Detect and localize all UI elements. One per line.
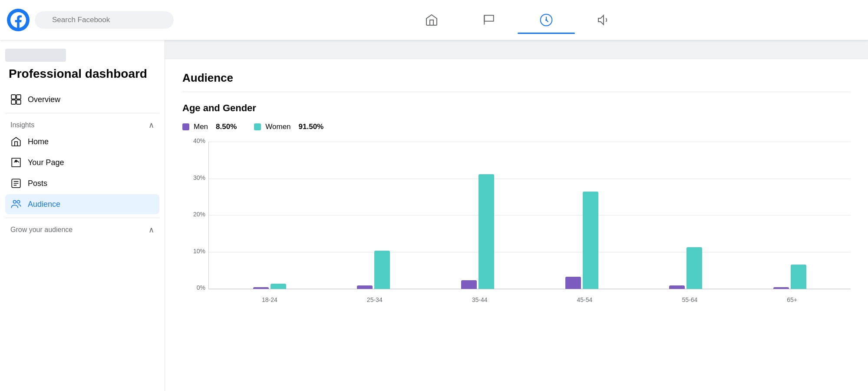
nav-dashboard[interactable] — [518, 10, 575, 30]
men-bar-65+ — [773, 287, 789, 289]
age-group-55-64 — [669, 247, 702, 289]
sidebar-divider-2 — [5, 218, 159, 218]
sidebar-item-posts[interactable]: Posts — [5, 173, 159, 193]
women-bar-18-24 — [271, 284, 286, 289]
sidebar-overview-label: Overview — [28, 95, 60, 104]
nav-pages[interactable] — [460, 10, 518, 30]
legend-men-label: Men — [194, 123, 208, 131]
sidebar-item-audience[interactable]: Audience — [5, 194, 159, 214]
legend-men-pct: 8.50% — [216, 123, 237, 131]
insights-label: Insights — [10, 121, 34, 129]
sidebar-item-home[interactable]: Home — [5, 132, 159, 152]
insights-section[interactable]: Insights ∧ — [5, 117, 159, 132]
age-group-35-44 — [461, 174, 494, 289]
svg-rect-5 — [17, 100, 21, 104]
audience-icon — [10, 199, 22, 210]
bars-pair-45-54 — [565, 192, 598, 289]
age-group-25-34 — [357, 251, 390, 289]
y-label-0: 0% — [184, 284, 205, 291]
search-input[interactable] — [35, 11, 174, 29]
nav-ads[interactable] — [575, 10, 632, 30]
women-bar-25-34 — [374, 251, 390, 289]
grow-chevron: ∧ — [149, 225, 154, 235]
x-label-65+: 65+ — [787, 296, 797, 303]
grow-label: Grow your audience — [10, 226, 73, 234]
age-gender-chart: 40% 30% 20% 10% 0% — [182, 142, 851, 324]
legend-men: Men 8.50% — [182, 123, 237, 131]
men-bar-18-24 — [253, 287, 269, 289]
home-icon — [10, 136, 22, 147]
chart-title: Age and Gender — [182, 103, 851, 114]
grow-section[interactable]: Grow your audience ∧ — [5, 222, 159, 236]
facebook-logo[interactable] — [7, 9, 30, 31]
bars-group — [209, 142, 851, 289]
sidebar-item-your-page[interactable]: Your Page — [5, 152, 159, 172]
sidebar-divider-1 — [5, 113, 159, 113]
x-label-55-64: 55-64 — [682, 296, 697, 303]
x-label-35-44: 35-44 — [472, 296, 488, 303]
men-color-dot — [182, 123, 189, 130]
y-label-30: 30% — [184, 174, 205, 181]
y-label-20: 20% — [184, 211, 205, 218]
bars-pair-18-24 — [253, 284, 286, 289]
sidebar-home-label: Home — [28, 137, 49, 146]
x-label-25-34: 25-34 — [367, 296, 383, 303]
main-content: Audience Age and Gender Men 8.50% Women … — [165, 40, 868, 391]
y-label-10: 10% — [184, 248, 205, 255]
posts-icon — [10, 178, 22, 189]
sidebar-item-overview[interactable]: Overview — [5, 89, 159, 109]
men-bar-55-64 — [669, 285, 685, 289]
age-group-65+ — [773, 265, 806, 289]
sidebar-audience-label: Audience — [28, 200, 60, 209]
insights-chevron: ∧ — [149, 120, 154, 130]
women-bar-65+ — [791, 265, 806, 289]
bars-pair-25-34 — [357, 251, 390, 289]
sidebar-posts-label: Posts — [28, 179, 47, 188]
svg-point-8 — [13, 200, 17, 203]
women-bar-35-44 — [479, 174, 494, 289]
top-navigation: 🔍 — [0, 0, 868, 40]
main-layout: Professional dashboard Overview Insights… — [0, 40, 868, 391]
search-wrapper: 🔍 — [35, 11, 174, 29]
bars-pair-35-44 — [461, 174, 494, 289]
overview-icon — [10, 94, 22, 105]
audience-heading: Audience — [182, 71, 851, 92]
bars-pair-55-64 — [669, 247, 702, 289]
svg-point-9 — [17, 200, 20, 203]
svg-point-1 — [545, 19, 547, 21]
profile-placeholder — [5, 49, 66, 62]
svg-rect-2 — [11, 95, 16, 99]
women-bar-45-54 — [583, 192, 598, 289]
legend-women: Women 91.50% — [254, 123, 323, 131]
men-bar-35-44 — [461, 280, 477, 289]
women-color-dot — [254, 123, 261, 130]
sidebar-title: Professional dashboard — [5, 67, 159, 81]
men-bar-25-34 — [357, 285, 373, 289]
svg-rect-3 — [17, 95, 21, 99]
chart-area: 40% 30% 20% 10% 0% — [208, 142, 851, 289]
x-label-18-24: 18-24 — [262, 296, 277, 303]
age-group-18-24 — [253, 284, 286, 289]
legend-women-label: Women — [265, 123, 290, 131]
content-top-bar — [165, 40, 868, 59]
x-labels: 18-2425-3435-4445-5455-6465+ — [208, 289, 851, 303]
nav-home[interactable] — [403, 10, 460, 30]
bars-pair-65+ — [773, 265, 806, 289]
your-page-icon — [10, 157, 22, 168]
x-label-45-54: 45-54 — [577, 296, 593, 303]
age-group-45-54 — [565, 192, 598, 289]
svg-rect-4 — [11, 100, 16, 104]
chart-legend: Men 8.50% Women 91.50% — [182, 123, 851, 131]
sidebar-your-page-label: Your Page — [28, 158, 64, 167]
content-inner: Audience Age and Gender Men 8.50% Women … — [165, 59, 868, 336]
women-bar-55-64 — [686, 247, 702, 289]
sidebar: Professional dashboard Overview Insights… — [0, 40, 165, 391]
y-label-40: 40% — [184, 137, 205, 144]
legend-women-pct: 91.50% — [299, 123, 324, 131]
men-bar-45-54 — [565, 277, 581, 289]
nav-icons-group — [174, 10, 861, 30]
